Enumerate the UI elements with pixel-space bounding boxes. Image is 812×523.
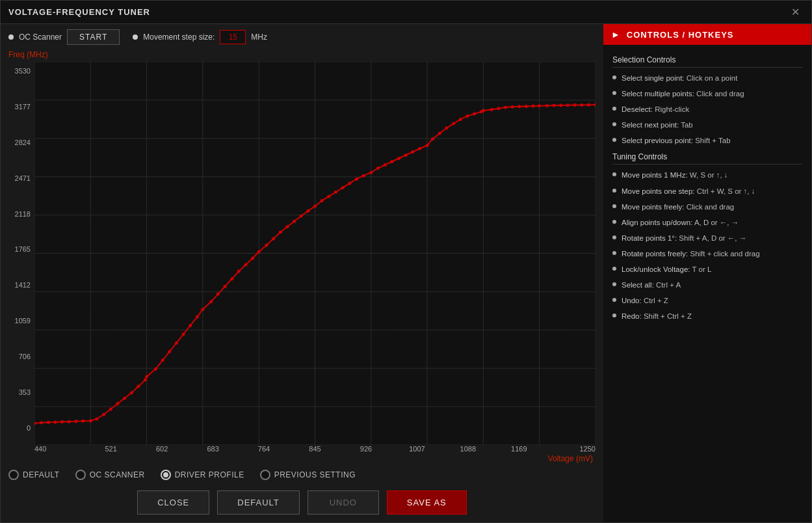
control-dot bbox=[612, 251, 616, 255]
y-label-0: 0 bbox=[8, 424, 31, 432]
y-label-3177: 3177 bbox=[8, 103, 31, 111]
main-content: OC Scanner START Movement step size: MHz… bbox=[1, 24, 811, 522]
y-label-2824: 2824 bbox=[8, 139, 31, 146]
control-select-next-text: Select next point: Tab bbox=[622, 120, 693, 130]
control-dot bbox=[612, 220, 616, 224]
movement-label: Movement step size: bbox=[143, 33, 215, 42]
radio-previous-setting-circle bbox=[260, 470, 270, 480]
radio-driver-profile[interactable]: DRIVER PROFILE bbox=[161, 470, 244, 480]
close-button[interactable]: CLOSE bbox=[137, 490, 209, 515]
x-axis-labels: 440 521 602 683 764 845 926 1007 1088 11… bbox=[8, 445, 596, 453]
y-label-353: 353 bbox=[8, 388, 31, 396]
x-label-845: 845 bbox=[289, 445, 340, 453]
right-panel: ► CONTROLS / HOTKEYS Selection Controls … bbox=[603, 24, 811, 522]
radio-oc-scanner-label: OC SCANNER bbox=[90, 470, 145, 479]
x-label-926: 926 bbox=[341, 445, 391, 453]
control-dot bbox=[612, 172, 616, 176]
controls-title: CONTROLS / HOTKEYS bbox=[627, 30, 734, 40]
control-select-next: Select next point: Tab bbox=[612, 120, 802, 130]
control-rotate-1deg-text: Rotate points 1°: Shift + A, D or ←, → bbox=[622, 233, 746, 243]
control-select-single-text: Select single point: Click on a point bbox=[622, 73, 737, 83]
control-select-prev: Select previous point: Shift + Tab bbox=[612, 135, 802, 146]
oc-scanner-dot bbox=[8, 34, 14, 40]
control-dot bbox=[612, 314, 616, 317]
step-size-input[interactable] bbox=[220, 30, 246, 44]
radio-driver-profile-label: DRIVER PROFILE bbox=[175, 470, 244, 479]
control-align: Align points up/down: A, D or ←, → bbox=[612, 217, 802, 228]
control-align-text: Align points up/down: A, D or ←, → bbox=[622, 217, 739, 228]
control-rotate-freely: Rotate points freely: Shift + click and … bbox=[612, 248, 802, 259]
save-as-button[interactable]: SAVE AS bbox=[387, 490, 467, 515]
control-dot bbox=[612, 75, 616, 79]
control-dot bbox=[612, 138, 616, 142]
control-select-multiple: Select multiple points: Click and drag bbox=[612, 88, 802, 99]
y-label-3530: 3530 bbox=[8, 67, 31, 75]
control-undo: Undo: Ctrl + Z bbox=[612, 295, 802, 306]
toolbar: OC Scanner START Movement step size: MHz bbox=[8, 29, 596, 45]
control-dot bbox=[612, 204, 616, 208]
tuning-controls-title: Tuning Controls bbox=[612, 152, 802, 165]
x-label-1088: 1088 bbox=[443, 445, 493, 453]
controls-header: ► CONTROLS / HOTKEYS bbox=[603, 24, 811, 45]
control-lock-voltage: Lock/unlock Voltage: T or L bbox=[612, 264, 802, 275]
control-redo-text: Redo: Shift + Ctrl + Z bbox=[622, 311, 692, 321]
button-row: CLOSE DEFAULT UNDO SAVE AS bbox=[8, 485, 596, 522]
control-dot bbox=[612, 267, 616, 271]
y-label-1059: 1059 bbox=[8, 317, 31, 325]
undo-button[interactable]: UNDO bbox=[308, 490, 379, 515]
control-rotate-freely-text: Rotate points freely: Shift + click and … bbox=[622, 248, 760, 259]
control-select-prev-text: Select previous point: Shift + Tab bbox=[622, 135, 731, 146]
control-move-1mhz-text: Move points 1 MHz: W, S or ↑, ↓ bbox=[622, 170, 728, 180]
x-label-1250: 1250 bbox=[545, 445, 596, 453]
control-select-all-text: Select all: Ctrl + A bbox=[622, 280, 681, 290]
control-select-all: Select all: Ctrl + A bbox=[612, 280, 802, 290]
controls-body: Selection Controls Select single point: … bbox=[603, 45, 811, 522]
control-dot bbox=[612, 107, 616, 111]
control-dot bbox=[612, 298, 616, 302]
control-dot bbox=[612, 122, 616, 126]
oc-scanner-label: OC Scanner bbox=[19, 33, 62, 42]
x-label-602: 602 bbox=[137, 445, 187, 453]
control-move-freely: Move points freely: Click and drag bbox=[612, 202, 802, 212]
radio-default[interactable]: DEFAULT bbox=[8, 470, 60, 480]
radio-driver-profile-circle bbox=[161, 470, 171, 480]
x-label-683: 683 bbox=[187, 445, 238, 453]
control-dot bbox=[612, 282, 616, 286]
chart-area[interactable] bbox=[34, 62, 596, 445]
control-redo: Redo: Shift + Ctrl + Z bbox=[612, 311, 802, 321]
oc-scanner-section: OC Scanner START bbox=[8, 29, 120, 45]
movement-dot bbox=[133, 34, 138, 40]
default-button[interactable]: DEFAULT bbox=[217, 490, 300, 515]
y-label-2471: 2471 bbox=[8, 174, 31, 182]
control-undo-text: Undo: Ctrl + Z bbox=[622, 295, 668, 306]
control-deselect: Deselect: Right-click bbox=[612, 104, 802, 114]
x-axis-title: Voltage (mV) bbox=[8, 454, 596, 463]
start-button[interactable]: START bbox=[67, 29, 120, 45]
radio-default-label: DEFAULT bbox=[23, 470, 60, 479]
control-move-step: Move points one step: Ctrl + W, S or ↑, … bbox=[612, 186, 802, 196]
control-move-1mhz: Move points 1 MHz: W, S or ↑, ↓ bbox=[612, 170, 802, 180]
radio-oc-scanner-circle bbox=[75, 470, 86, 480]
y-label-2118: 2118 bbox=[8, 210, 31, 218]
movement-section: Movement step size: MHz bbox=[133, 30, 267, 44]
radio-oc-scanner[interactable]: OC SCANNER bbox=[75, 470, 145, 480]
x-label-521: 521 bbox=[85, 445, 136, 453]
y-axis-title: Freq (MHz) bbox=[8, 50, 596, 59]
control-select-single: Select single point: Click on a point bbox=[612, 73, 802, 83]
left-panel: OC Scanner START Movement step size: MHz… bbox=[1, 24, 603, 522]
window-close-button[interactable]: ✕ bbox=[787, 5, 804, 20]
mhz-label: MHz bbox=[251, 33, 267, 42]
control-dot bbox=[612, 189, 616, 193]
control-move-freely-text: Move points freely: Click and drag bbox=[622, 202, 734, 212]
main-window: VOLTAGE-FREQUENCY TUNER ✕ OC Scanner STA… bbox=[0, 0, 812, 523]
control-deselect-text: Deselect: Right-click bbox=[622, 104, 689, 114]
y-label-1765: 1765 bbox=[8, 245, 31, 253]
chevron-right-icon: ► bbox=[611, 29, 620, 40]
control-dot bbox=[612, 235, 616, 239]
vf-chart[interactable] bbox=[34, 62, 596, 445]
x-label-440: 440 bbox=[34, 445, 85, 453]
window-title: VOLTAGE-FREQUENCY TUNER bbox=[8, 7, 150, 17]
x-label-1007: 1007 bbox=[391, 445, 442, 453]
radio-default-circle bbox=[8, 470, 19, 480]
radio-previous-setting[interactable]: PREVIOUS SETTING bbox=[260, 470, 356, 480]
